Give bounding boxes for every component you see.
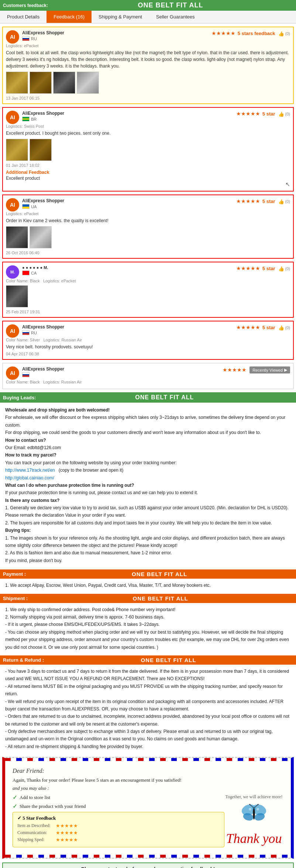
checklist-item-1: ✓ Add to store list <box>13 794 224 801</box>
stars-row-4: ★★★★★ 5 star <box>236 265 275 271</box>
review-date-5: 04 Apr 2017 06:38 <box>6 352 290 356</box>
logistics-5: Color Name: Silver Logistics: Russian Ai… <box>6 338 290 342</box>
return-line-2: - All returned items MUST BE in the orig… <box>5 683 291 698</box>
stars-row-1: ★★★★★ 5 stars feedback <box>211 30 275 36</box>
review-img-1d[interactable] <box>77 72 99 94</box>
reviewer-country-6 <box>22 372 64 377</box>
payment-content: 1. We accept Alipay, Escrow, West Union,… <box>0 579 296 592</box>
customs-1: 1. Generally we declare very low value t… <box>5 504 291 519</box>
tab-shipping[interactable]: Shipping & Payment <box>92 11 149 23</box>
review-card-4: M. ● ● ● ● ● ● M. CA ★★★★★ 5 star 👍 (0) <box>2 262 294 318</box>
return-header: Return & Refund : ONE BELT FIT ALL <box>0 655 296 665</box>
rating-label-2: Communication: <box>17 830 54 836</box>
reviewer-country-2: BR <box>22 117 64 121</box>
buying-tip-3: If you mind, please don't buy. <box>5 557 291 564</box>
flag-ru-5 <box>22 330 30 335</box>
svg-point-6 <box>253 808 255 819</box>
review-img-2b[interactable] <box>30 139 52 161</box>
dropship-text: For drop shipping, we could send the goo… <box>5 429 291 436</box>
country-code-1: RU <box>31 37 37 41</box>
review-card-3: AI AliExpress Shopper UA ★★★★★ 5 star 👍 … <box>2 194 294 259</box>
thumb-icon-3: 👍 <box>278 199 284 204</box>
cursor-icon-2: ↖ <box>285 181 290 187</box>
payment-title: ONE BELT FIT ALL <box>26 571 293 577</box>
negative-feedback-text: Please contact us before you leave negat… <box>81 866 215 868</box>
rating-stars-3: ★★★★★ <box>56 837 78 843</box>
rating-stars-2: ★★★★★ <box>56 830 78 836</box>
reviewer-name-2: AliExpress Shopper <box>22 111 64 116</box>
rating-row-1: Item as Described: ★★★★★ <box>17 823 220 829</box>
avatar-4: M. <box>6 265 19 279</box>
card-left: ✓ Add to store list ✓ Share the product … <box>13 794 224 847</box>
dear-friend: Dear Friend: <box>13 768 283 774</box>
intro-bold: Wholesale and drop shipping are both wel… <box>5 407 110 413</box>
recently-viewed-button[interactable]: Recently Viewed ▶ <box>249 366 290 373</box>
review-img-3a[interactable] <box>6 226 28 248</box>
country-code-3: UA <box>31 204 37 209</box>
helpful-btn-4[interactable]: 👍 (0) <box>278 266 290 272</box>
track-intro: You can track your parcel on the followi… <box>5 459 291 466</box>
butterfly-svg <box>241 803 267 825</box>
review-text-1: Cool belt. to look at all well. the clas… <box>6 49 290 69</box>
return-label: Return & Refund : <box>3 657 44 663</box>
return-line-1: - You have 3 days to contact us and 7 da… <box>5 668 291 683</box>
review-img-2a[interactable] <box>6 139 28 161</box>
avatar-5: AI <box>6 324 19 338</box>
review-img-1a[interactable] <box>6 72 28 94</box>
customers-feedback-label: Customers feedback: <box>3 3 48 8</box>
track-link-1[interactable]: http://www.17track.net/en <box>5 468 55 473</box>
stars-label-5: 5 star <box>262 325 275 330</box>
cursor-area-2: ↖ <box>6 181 290 188</box>
shipment-line-1: 1. We only ship to confirmed order addre… <box>5 606 291 613</box>
reviewer-name-4: ● ● ● ● ● ● M. <box>22 265 48 270</box>
shipment-header: Shipment : ONE BELT FIT ALL <box>0 594 296 603</box>
reviewer-info-3: AliExpress Shopper UA <box>22 198 64 209</box>
country-code-2: BR <box>31 117 37 121</box>
helpful-btn-5[interactable]: 👍 (0) <box>278 325 290 331</box>
thank-you-card: Dear Friend: Again, Thanks for your orde… <box>2 757 294 859</box>
rating-row-2: Communication: ★★★★★ <box>17 830 220 836</box>
tab-seller-guarantees[interactable]: Seller Guarantees <box>149 11 202 23</box>
stars-label-3: 5 star <box>262 199 275 204</box>
five-star-box: ✓ 5 Star Feedback Item as Described: ★★★… <box>13 812 224 847</box>
reviewer-info-2: AliExpress Shopper BR <box>22 111 64 121</box>
review-img-1b[interactable] <box>30 72 52 94</box>
avatar-3: AI <box>6 198 19 211</box>
buying-tip-2: 2. As this is fashion item and also due … <box>5 549 291 557</box>
flag-br-2 <box>22 117 30 121</box>
helpful-count-2: (0) <box>285 112 290 116</box>
reviewer-country-4: CA <box>22 271 48 275</box>
buying-tips-title: Buying tips: <box>5 528 31 533</box>
tab-feedback[interactable]: Feedback (16) <box>47 11 92 23</box>
review-img-3b[interactable] <box>30 226 52 248</box>
track-link-2[interactable]: http://global.cainiao.com/ <box>5 475 54 480</box>
payment-label: Payment : <box>3 571 26 577</box>
return-line-6: - All return and re-shipment shipping & … <box>5 743 291 750</box>
helpful-btn-2[interactable]: 👍 (0) <box>278 111 290 117</box>
buying-tip-1: 1. The images shown is for your referenc… <box>5 534 291 550</box>
tab-product-details[interactable]: Product Details <box>0 11 47 23</box>
stars-4: ★★★★★ <box>236 265 260 271</box>
return-title: ONE BELT FIT ALL <box>44 657 293 663</box>
check-icon-1: ✓ <box>13 794 17 801</box>
thank-you-text: Thank you <box>226 831 282 846</box>
rating-label-3: Shipping Sped: <box>17 837 54 843</box>
wholesale-text: For wholesale, we will offer discount or… <box>5 414 291 429</box>
reviewer-name-5: AliExpress Shopper <box>22 324 64 330</box>
country-code-4: CA <box>31 271 37 275</box>
helpful-btn-1[interactable]: 👍 (0) <box>278 31 290 37</box>
review-img-4a[interactable] <box>6 285 28 307</box>
stars-row-6: ★★★★★ <box>223 367 247 373</box>
reviewer-name-1: AliExpress Shopper <box>22 30 64 35</box>
helpful-btn-3[interactable]: 👍 (0) <box>278 199 290 204</box>
you-may-also: and you may also : <box>13 785 283 791</box>
review-text-2: Excellent product. I bought two pieces. … <box>6 130 290 137</box>
review-img-1c[interactable] <box>53 72 75 94</box>
shipment-label: Shipment : <box>3 596 28 601</box>
shipment-title: ONE BELT FIT ALL <box>28 595 293 602</box>
flag-ru-1 <box>22 36 30 41</box>
checklist-item-2: ✓ Share the product with your friend <box>13 803 224 810</box>
svg-point-8 <box>249 804 250 805</box>
thumb-icon-2: 👍 <box>278 111 284 117</box>
customs-2: 2. The buyers are responsible for all cu… <box>5 519 291 527</box>
